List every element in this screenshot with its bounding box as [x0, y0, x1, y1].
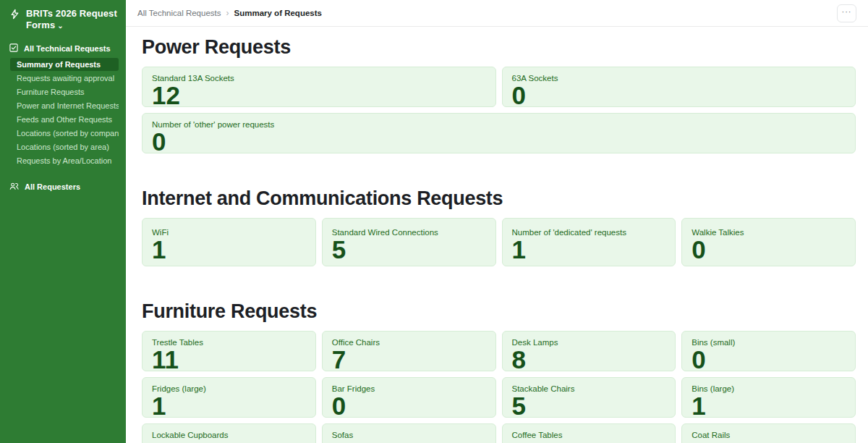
card-label: Walkie Talkies — [692, 227, 846, 237]
sidebar-group-label: All Technical Requests — [24, 44, 111, 53]
workspace-switcher[interactable]: BRITs 2026 Request Forms⌄ — [0, 0, 126, 32]
ellipsis-icon: ··· — [842, 8, 852, 16]
checkbox-icon — [9, 43, 18, 54]
card-standard-wired-connections: Standard Wired Connections 5 — [322, 218, 496, 266]
card-label: Office Chairs — [332, 337, 486, 347]
card-label: Lockable Cupboards — [152, 430, 306, 440]
card-lockable-cupboards: Lockable Cupboards 1 — [142, 423, 316, 443]
sidebar-item-summary-of-requests[interactable]: Summary of Requests — [10, 58, 119, 71]
card-stackable-chairs: Stackable Chairs 5 — [502, 377, 676, 418]
workspace-title-text: BRITs 2026 Request Forms — [26, 8, 117, 30]
card-dedicated-requests: Number of 'dedicated' requests 1 — [502, 218, 676, 266]
section-title-furniture-requests: Furniture Requests — [142, 301, 856, 321]
card-label: Standard 13A Sockets — [152, 73, 486, 83]
sidebar-nav-list: Summary of Requests Requests awaiting ap… — [0, 58, 126, 167]
card-other-power-requests: Number of 'other' power requests 0 — [142, 113, 856, 153]
topbar: All Technical Requests › Summary of Requ… — [126, 0, 868, 27]
card-value: 5 — [332, 239, 486, 261]
card-label: Bar Fridges — [332, 384, 486, 394]
card-bins-large: Bins (large) 1 — [681, 377, 856, 418]
section-title-power-requests: Power Requests — [142, 37, 856, 57]
card-value: 8 — [512, 349, 666, 371]
sidebar-item-feeds-and-other-requests[interactable]: Feeds and Other Requests — [10, 113, 119, 126]
chevron-down-icon: ⌄ — [57, 22, 63, 30]
people-icon — [9, 182, 19, 192]
card-value: 0 — [152, 131, 846, 153]
card-label: Bins (small) — [692, 337, 846, 347]
card-standard-13a-sockets: Standard 13A Sockets 12 — [142, 67, 496, 107]
card-walkie-talkies: Walkie Talkies 0 — [681, 218, 856, 266]
card-wifi: WiFi 1 — [142, 218, 316, 266]
sidebar-item-all-requesters[interactable]: All Requesters — [0, 180, 126, 194]
card-value: 1 — [692, 395, 846, 417]
card-label: 63A Sockets — [512, 73, 846, 83]
furniture-requests-grid: Trestle Tables 11 Office Chairs 7 Desk L… — [142, 331, 856, 443]
card-value: 0 — [692, 349, 846, 371]
card-value: 12 — [152, 85, 486, 106]
card-label: Number of 'other' power requests — [152, 119, 846, 130]
breadcrumb-separator-icon: › — [226, 8, 229, 18]
card-label: Coat Rails — [692, 430, 846, 440]
card-fridges-large: Fridges (large) 1 — [142, 377, 316, 418]
card-bar-fridges: Bar Fridges 0 — [322, 377, 496, 418]
workspace-title: BRITs 2026 Request Forms⌄ — [26, 8, 119, 32]
card-office-chairs: Office Chairs 7 — [322, 331, 496, 371]
card-value: 5 — [512, 395, 666, 417]
card-trestle-tables: Trestle Tables 11 — [142, 331, 316, 371]
power-requests-grid: Standard 13A Sockets 12 63A Sockets 0 Nu… — [142, 67, 856, 153]
card-label: Sofas — [332, 430, 486, 440]
card-label: Coffee Tables — [512, 430, 666, 440]
card-value: 11 — [152, 349, 306, 371]
internet-requests-grid: WiFi 1 Standard Wired Connections 5 Numb… — [142, 218, 856, 266]
breadcrumb-current: Summary of Requests — [234, 9, 322, 17]
card-desk-lamps: Desk Lamps 8 — [502, 331, 676, 371]
card-label: Bins (large) — [692, 384, 846, 394]
card-value: 0 — [332, 395, 486, 417]
card-coat-rails: Coat Rails 2 — [681, 423, 856, 443]
sidebar-requesters-label: All Requesters — [25, 182, 80, 191]
section-title-internet-communications: Internet and Communications Requests — [142, 188, 856, 208]
card-bins-small: Bins (small) 0 — [681, 331, 856, 371]
sidebar-item-furniture-requests[interactable]: Furniture Requests — [10, 85, 119, 98]
main-area: All Technical Requests › Summary of Requ… — [126, 0, 868, 443]
card-label: Desk Lamps — [512, 337, 666, 347]
card-label: Number of 'dedicated' requests — [512, 227, 666, 237]
sidebar-item-locations-by-company[interactable]: Locations (sorted by company) — [10, 127, 119, 140]
card-value: 1 — [152, 395, 306, 417]
card-sofas: Sofas 1 — [322, 423, 496, 443]
sidebar-item-requests-awaiting-approval[interactable]: Requests awaiting approval — [10, 72, 119, 85]
card-label: Stackable Chairs — [512, 384, 666, 394]
card-coffee-tables: Coffee Tables 2 — [502, 423, 676, 443]
bolt-icon — [9, 9, 20, 22]
sidebar-item-requests-by-area-location[interactable]: Requests by Area/Location — [10, 154, 119, 167]
more-options-button[interactable]: ··· — [837, 4, 856, 22]
card-63a-sockets: 63A Sockets 0 — [502, 67, 856, 107]
card-value: 1 — [512, 239, 666, 261]
card-label: Fridges (large) — [152, 384, 306, 394]
card-value: 0 — [692, 239, 846, 261]
sidebar-item-locations-by-area[interactable]: Locations (sorted by area) — [10, 140, 119, 153]
card-value: 0 — [512, 85, 846, 106]
card-value: 7 — [332, 349, 486, 371]
page-content: Power Requests Standard 13A Sockets 12 6… — [126, 27, 868, 443]
breadcrumb-root[interactable]: All Technical Requests — [137, 9, 221, 17]
sidebar-item-power-and-internet-requests[interactable]: Power and Internet Requests — [10, 99, 119, 112]
card-label: WiFi — [152, 227, 306, 237]
card-label: Standard Wired Connections — [332, 227, 486, 237]
sidebar-group-all-technical-requests[interactable]: All Technical Requests — [0, 41, 126, 56]
card-value: 1 — [152, 239, 306, 261]
sidebar: BRITs 2026 Request Forms⌄ All Technical … — [0, 0, 126, 443]
